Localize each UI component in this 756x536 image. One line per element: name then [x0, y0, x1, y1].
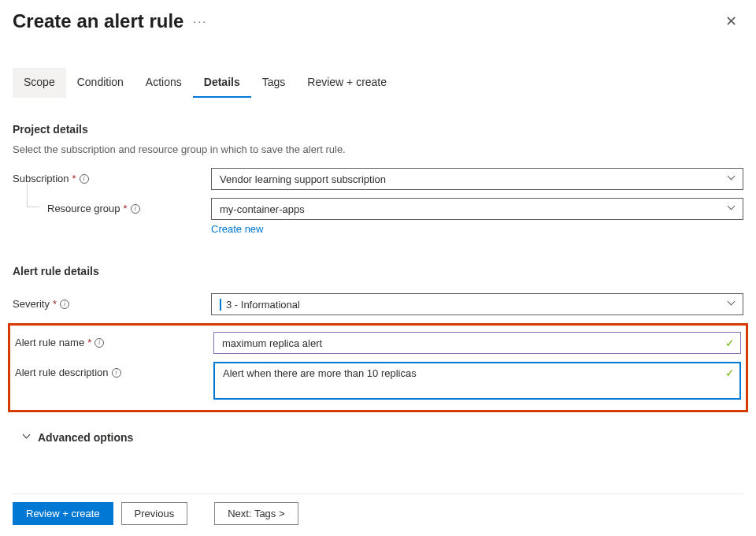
alert-rule-details-heading: Alert rule details [13, 265, 743, 277]
alert-rule-description-input[interactable] [213, 362, 741, 400]
tab-scope[interactable]: Scope [13, 68, 66, 98]
required-indicator: * [53, 298, 57, 310]
info-icon[interactable]: i [60, 300, 69, 309]
required-indicator: * [87, 337, 91, 348]
severity-value: 3 - Informational [220, 299, 300, 311]
tree-connector [27, 184, 39, 207]
resource-group-value: my-container-apps [220, 203, 305, 215]
subscription-row: Subscription * i Vendor learning support… [13, 168, 743, 190]
tab-details[interactable]: Details [193, 68, 251, 98]
info-icon[interactable]: i [131, 204, 140, 214]
advanced-options-toggle[interactable]: Advanced options [13, 431, 743, 444]
create-new-link[interactable]: Create new [211, 223, 263, 235]
highlight-annotation: Alert rule name * i ✓ Alert rule descrip… [8, 323, 748, 412]
chevron-down-icon [728, 205, 736, 213]
alert-rule-name-input[interactable] [213, 332, 741, 354]
resource-group-row: Resource group * i my-container-apps Cre… [13, 198, 743, 235]
review-create-button[interactable]: Review + create [13, 502, 113, 525]
advanced-options-label: Advanced options [38, 431, 133, 444]
severity-select[interactable]: 3 - Informational [211, 293, 743, 315]
alert-rule-name-row: Alert rule name * i ✓ [15, 332, 741, 354]
checkmark-icon: ✓ [725, 367, 735, 379]
resource-group-select[interactable]: my-container-apps [211, 198, 743, 220]
chevron-down-icon [728, 300, 736, 308]
subscription-select[interactable]: Vendor learning support subscription [211, 168, 743, 190]
previous-button[interactable]: Previous [121, 502, 188, 525]
checkmark-icon: ✓ [725, 337, 735, 349]
project-details-desc: Select the subscription and resource gro… [13, 143, 743, 155]
more-actions-button[interactable]: ··· [193, 15, 207, 28]
close-button[interactable]: ✕ [719, 9, 743, 33]
footer-actions: Review + create Previous Next: Tags > [13, 493, 743, 525]
alert-rule-description-label: Alert rule description [15, 367, 109, 378]
chevron-down-icon [728, 175, 736, 183]
info-icon[interactable]: i [94, 338, 104, 348]
tab-strip: Scope Condition Actions Details Tags Rev… [13, 68, 743, 98]
info-icon[interactable]: i [80, 174, 89, 184]
severity-label: Severity [13, 298, 50, 310]
tab-condition[interactable]: Condition [66, 68, 135, 98]
alert-rule-description-row: Alert rule description i ✓ [15, 362, 741, 402]
resource-group-label: Resource group [47, 203, 120, 214]
subscription-label: Subscription [13, 173, 69, 184]
required-indicator: * [124, 203, 128, 214]
tab-review[interactable]: Review + create [296, 68, 398, 98]
page-header: Create an alert rule ··· ✕ [13, 0, 743, 39]
next-button[interactable]: Next: Tags > [214, 502, 298, 525]
chevron-down-icon [24, 434, 32, 441]
project-details-heading: Project details [13, 123, 743, 136]
info-icon[interactable]: i [112, 368, 121, 378]
tab-actions[interactable]: Actions [135, 68, 193, 98]
required-indicator: * [72, 173, 76, 184]
subscription-value: Vendor learning support subscription [220, 173, 386, 185]
severity-row: Severity * i 3 - Informational [13, 293, 743, 315]
alert-rule-name-label: Alert rule name [15, 337, 84, 348]
page-title: Create an alert rule [13, 10, 183, 32]
tab-tags[interactable]: Tags [251, 68, 297, 98]
